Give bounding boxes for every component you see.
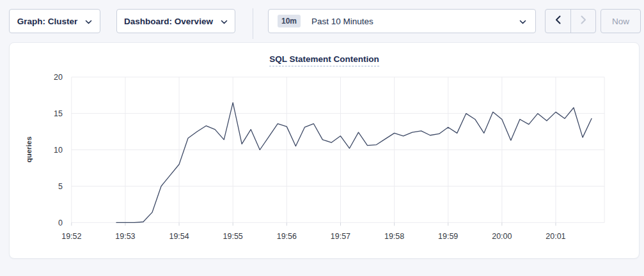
time-prev-button[interactable] — [546, 10, 570, 33]
x-tick-label: 19:54 — [169, 232, 189, 241]
contention-line-chart: 0510152019:5219:5319:5419:5519:5619:5719… — [10, 43, 639, 258]
toolbar: Graph: Cluster Dashboard: Overview 10m P… — [0, 0, 644, 42]
x-tick-label: 19:55 — [223, 232, 243, 241]
x-tick-label: 19:58 — [384, 232, 404, 241]
chart-title-row: SQL Statement Contention — [10, 53, 639, 66]
graph-dropdown-label: Graph: Cluster — [17, 17, 78, 26]
x-tick-label: 19:53 — [115, 232, 135, 241]
x-tick-label: 19:59 — [438, 232, 458, 241]
dashboard-dropdown[interactable]: Dashboard: Overview — [116, 9, 235, 33]
series-line — [116, 103, 592, 223]
time-range-badge: 10m — [278, 15, 301, 27]
chart-card: SQL Statement Contention 0510152019:5219… — [9, 42, 640, 259]
dashboard-dropdown-label: Dashboard: Overview — [124, 17, 213, 26]
toolbar-divider — [253, 8, 253, 39]
now-button[interactable]: Now — [601, 9, 641, 33]
chart-title[interactable]: SQL Statement Contention — [269, 54, 379, 66]
chevron-right-icon — [581, 15, 586, 27]
time-next-button[interactable] — [570, 10, 595, 33]
chevron-down-icon — [519, 17, 526, 26]
time-nav-group — [545, 9, 596, 33]
y-tick-label: 20 — [54, 73, 63, 82]
y-tick-label: 5 — [58, 182, 63, 191]
y-axis-label: queries — [25, 137, 33, 163]
time-range-label: Past 10 Minutes — [311, 17, 373, 26]
x-tick-label: 19:56 — [277, 232, 297, 241]
chevron-down-icon — [221, 17, 228, 26]
time-range-dropdown[interactable]: 10m Past 10 Minutes — [268, 9, 536, 33]
y-tick-label: 10 — [54, 146, 63, 155]
chevron-left-icon — [555, 15, 561, 27]
x-tick-label: 19:52 — [61, 232, 81, 241]
y-tick-label: 0 — [58, 218, 63, 227]
x-tick-label: 20:00 — [492, 232, 512, 241]
x-tick-label: 19:57 — [331, 232, 350, 241]
y-tick-label: 15 — [54, 109, 63, 118]
graph-dropdown[interactable]: Graph: Cluster — [9, 9, 100, 33]
x-tick-label: 20:01 — [546, 232, 565, 241]
chevron-down-icon — [85, 17, 92, 26]
